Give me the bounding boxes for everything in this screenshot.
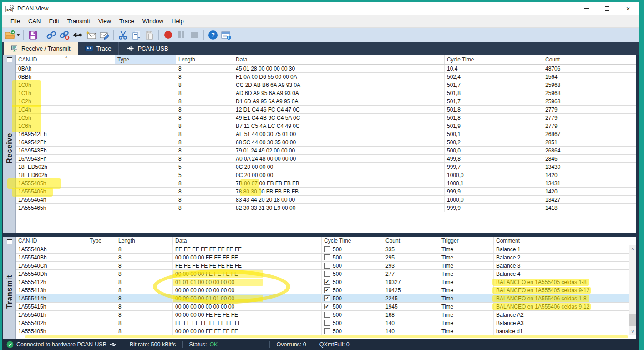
close-button[interactable]: × <box>618 2 639 15</box>
periodic-transmit-checkbox[interactable] <box>324 287 330 293</box>
panel-divider[interactable] <box>3 233 636 237</box>
cut-button[interactable] <box>117 29 129 41</box>
table-row[interactable]: 1C4h812 D1 C4 46 FC C4 47 0C501,82779 <box>16 106 636 114</box>
panel-info-button[interactable]: i <box>220 29 232 41</box>
periodic-transmit-checkbox[interactable] <box>324 328 330 334</box>
panel-select-icon[interactable] <box>7 239 12 244</box>
menu-file[interactable]: File <box>6 16 24 26</box>
table-row[interactable]: 1A555405h800 00 00 00 FE FE FE FE500140T… <box>16 327 636 335</box>
edit-message-button[interactable] <box>98 29 110 41</box>
table-row[interactable]: 1C6h8B7 11 C5 4A EC C4 49 0C501,92779 <box>16 122 636 130</box>
open-button[interactable] <box>5 29 20 41</box>
table-row[interactable]: 1A555413h800 00 00 00 00 00 00 005001942… <box>16 286 636 294</box>
column-header-cycle-time[interactable]: Cycle Time <box>322 237 383 245</box>
periodic-transmit-checkbox[interactable] <box>324 312 330 318</box>
column-header-cycle-time[interactable]: Cycle Time <box>445 55 543 64</box>
table-row[interactable]: 1A55540Ah8FE FE FE FE FE FE FE FE500335T… <box>16 245 636 254</box>
scrollbar-thumb[interactable] <box>629 314 636 326</box>
table-row[interactable]: 1A555465h882 30 33 31 30 E9 00 00999,914… <box>16 204 636 212</box>
menu-can[interactable]: CAN <box>24 16 45 26</box>
vertical-scrollbar[interactable]: ˄ ˅ <box>629 245 636 335</box>
table-row[interactable]: 1A55540Dh800 00 00 00 FE FE FE FE500277T… <box>16 270 636 278</box>
table-row[interactable]: 16A9543Fh8A0 0A 24 48 00 00 00 00499,828… <box>16 155 636 163</box>
copy-icon <box>131 30 142 40</box>
stop-button[interactable] <box>188 29 200 41</box>
table-row[interactable]: 1A555415h800 00 00 00 00 00 00 005001945… <box>16 303 636 311</box>
data-cell: 83 43 44 20 20 18 00 00 <box>233 196 445 203</box>
periodic-transmit-checkbox[interactable] <box>324 279 330 285</box>
table-row[interactable]: 1A555406h878 80 30 00 FB FB FB FB999,914… <box>16 188 636 196</box>
table-row[interactable]: 16A9542Fh868 5C 44 00 30 35 00 00500,228… <box>16 138 636 147</box>
periodic-transmit-checkbox[interactable] <box>324 295 330 301</box>
table-row[interactable]: 18FED502h50C 20 00 00 00999,713430 <box>16 163 636 171</box>
table-row[interactable]: 0BAh845 01 28 00 00 00 00 3010,448706 <box>16 65 636 73</box>
paste-button[interactable] <box>143 29 155 41</box>
periodic-transmit-checkbox[interactable] <box>324 246 330 252</box>
type-cell <box>115 89 176 97</box>
table-row[interactable]: 1A555401h800 00 00 00 FE FE FE FE500168T… <box>16 311 636 319</box>
table-row[interactable]: 1A555412h801 01 01 00 00 00 00 005001932… <box>16 278 636 286</box>
pause-button[interactable] <box>175 29 187 41</box>
new-message-button[interactable] <box>85 29 97 41</box>
table-row[interactable]: 1A555405h87B 80 07 00 FB FB FB FB1000,11… <box>16 179 636 188</box>
table-row[interactable]: 18FED602h50C 20 00 00 001000,01420 <box>16 171 636 179</box>
column-header-type[interactable]: Type <box>115 55 176 64</box>
periodic-transmit-checkbox[interactable] <box>324 320 330 326</box>
menu-view[interactable]: View <box>94 16 115 26</box>
panel-select-icon[interactable] <box>7 57 12 62</box>
detach-button[interactable] <box>72 29 84 41</box>
table-row[interactable]: 16A9543Eh879 01 24 49 02 00 00 00500,026… <box>16 147 636 155</box>
tab-receive-transmit[interactable]: Receive / Transmit <box>4 42 78 55</box>
id-cell: 1C5h <box>16 114 115 122</box>
menu-edit[interactable]: Edit <box>45 16 63 26</box>
table-row[interactable]: 1A555402h8FE FE FE FE FE FE FE FE500140T… <box>16 319 636 327</box>
periodic-transmit-checkbox[interactable] <box>324 254 330 260</box>
column-header-can-id[interactable]: CAN-ID^ <box>16 55 115 64</box>
column-header-length[interactable]: Length <box>176 55 233 64</box>
type-cell <box>115 171 176 179</box>
column-header-count[interactable]: Count <box>543 55 636 64</box>
save-button[interactable] <box>27 29 39 41</box>
table-row[interactable]: 1C1h8AD 6D A9 95 6A A9 93 0A501,825968 <box>16 89 636 97</box>
copy-button[interactable] <box>130 29 142 41</box>
maximize-button[interactable] <box>597 2 618 15</box>
periodic-transmit-checkbox[interactable] <box>324 304 330 309</box>
column-header-count[interactable]: Count <box>383 237 439 245</box>
tab-trace[interactable]: Trace <box>78 42 119 55</box>
open-dropdown-caret[interactable] <box>16 34 20 36</box>
periodic-transmit-checkbox[interactable] <box>324 263 330 269</box>
column-header-data[interactable]: Data <box>173 237 322 245</box>
disconnect-button[interactable] <box>59 29 71 41</box>
connect-button[interactable] <box>46 29 57 41</box>
table-row[interactable]: 1C5h849 E1 C4 4B 9C C4 5A 0C501,82779 <box>16 114 636 122</box>
column-header-data[interactable]: Data <box>233 55 445 64</box>
column-header-can-id[interactable]: CAN-ID <box>16 237 87 245</box>
table-row[interactable]: 1A55540Ch8FE FE FE FE FE FE FE FE500293T… <box>16 262 636 270</box>
menu-window[interactable]: Window <box>138 16 167 26</box>
status-separator <box>269 341 270 348</box>
table-row[interactable]: 0BBh8F1 0A 00 D6 55 00 00 0A502,41564 <box>16 73 636 81</box>
id-cell: 1A555464h <box>16 196 115 203</box>
table-row[interactable]: 16A9542Eh8AF 51 44 00 30 75 01 00500,126… <box>16 130 636 138</box>
periodic-transmit-checkbox[interactable] <box>324 271 330 277</box>
column-header-length[interactable]: Length <box>116 237 173 245</box>
column-header-comment[interactable]: Comment <box>494 237 636 245</box>
table-row[interactable]: 1A555414h800 00 00 00 01 01 00 005002245… <box>16 294 636 303</box>
menu-help[interactable]: Help <box>167 16 188 26</box>
minimize-button[interactable] <box>576 2 597 15</box>
column-header-type[interactable]: Type <box>87 237 116 245</box>
length-cell: 8 <box>116 294 173 302</box>
column-header-trigger[interactable]: Trigger <box>439 237 494 245</box>
scroll-up-arrow[interactable]: ˄ <box>629 245 636 253</box>
scroll-down-arrow[interactable]: ˅ <box>629 328 636 335</box>
table-row[interactable]: 1C2h8D1 6D A9 95 6A A9 95 0A501,725968 <box>16 97 636 106</box>
tab-pcan-usb[interactable]: PCAN-USB <box>119 42 176 55</box>
record-button[interactable] <box>162 29 174 41</box>
help-button[interactable]: ? <box>207 29 219 41</box>
menu-transmit[interactable]: Transmit <box>63 16 94 26</box>
data-cell: F1 0A 00 D6 55 00 00 0A <box>233 73 445 81</box>
table-row[interactable]: 1A555464h883 43 44 20 20 18 00 001000,01… <box>16 196 636 204</box>
menu-trace[interactable]: Trace <box>115 16 138 26</box>
table-row[interactable]: 1A55540Bh800 00 00 00 FE FE FE FE500295T… <box>16 254 636 262</box>
table-row[interactable]: 1C0h8CC 2D AB B6 6A A9 93 0A501,725968 <box>16 81 636 89</box>
